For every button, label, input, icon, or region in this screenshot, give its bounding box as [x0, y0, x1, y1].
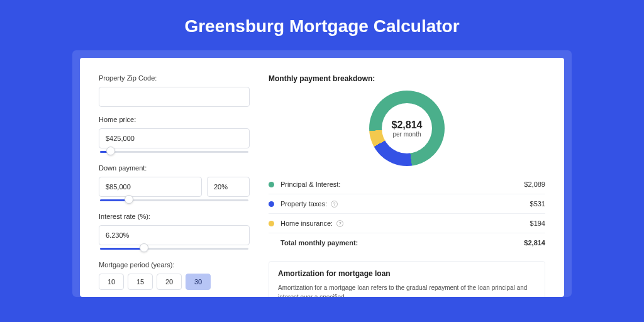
- legend-label: Principal & Interest:: [280, 180, 524, 188]
- downpayment-row: [99, 177, 250, 197]
- legend-row: Principal & Interest:$2,089: [269, 175, 545, 194]
- slider-thumb[interactable]: [125, 195, 133, 204]
- period-option-30[interactable]: 30: [186, 274, 211, 290]
- amortization-text: Amortization for a mortgage loan refers …: [278, 283, 536, 297]
- downpayment-slider[interactable]: [99, 196, 250, 204]
- slider-fill: [100, 248, 145, 250]
- rate-label: Interest rate (%):: [99, 213, 250, 220]
- legend-label-text: Property taxes:: [280, 200, 327, 208]
- legend-dot-icon: [269, 221, 274, 226]
- donut-chart: $2,814 per month: [269, 91, 545, 166]
- period-option-15[interactable]: 15: [128, 274, 153, 290]
- calculator-body: Property Zip Code: Home price: Down paym…: [80, 58, 564, 297]
- legend-label-text: Home insurance:: [280, 219, 333, 227]
- page-title: Greensburg Mortgage Calculator: [0, 0, 644, 50]
- donut-amount: $2,814: [392, 119, 423, 131]
- period-options: 10152030: [99, 274, 250, 290]
- rate-slider[interactable]: [99, 245, 250, 252]
- period-option-10[interactable]: 10: [99, 274, 124, 290]
- legend-label: Home insurance:?: [280, 219, 530, 227]
- slider-thumb[interactable]: [140, 243, 148, 252]
- period-option-20[interactable]: 20: [157, 274, 182, 290]
- period-label: Mortgage period (years):: [99, 261, 250, 269]
- downpayment-percent-input[interactable]: [207, 177, 250, 197]
- legend-dot-icon: [269, 201, 274, 207]
- amortization-title: Amortization for mortgage loan: [278, 269, 536, 278]
- breakdown-legend: Principal & Interest:$2,089Property taxe…: [269, 175, 545, 252]
- price-slider[interactable]: [99, 148, 250, 155]
- zip-input[interactable]: [99, 87, 250, 107]
- legend-row: Home insurance:?$194: [269, 213, 545, 233]
- price-label: Home price:: [99, 116, 250, 123]
- slider-thumb[interactable]: [106, 147, 115, 155]
- legend-value: $2,089: [524, 180, 545, 188]
- donut-subtext: per month: [392, 131, 421, 138]
- period-field-group: Mortgage period (years): 10152030: [99, 261, 250, 290]
- downpayment-label: Down payment:: [99, 164, 250, 172]
- legend-value: $531: [530, 200, 545, 208]
- zip-label: Property Zip Code:: [99, 74, 250, 82]
- info-icon[interactable]: ?: [336, 220, 343, 227]
- inputs-column: Property Zip Code: Home price: Down paym…: [99, 74, 250, 297]
- donut-center: $2,814 per month: [382, 103, 432, 153]
- legend-total-value: $2,814: [524, 239, 545, 247]
- amortization-box: Amortization for mortgage loan Amortizat…: [269, 261, 545, 297]
- downpayment-amount-input[interactable]: [99, 177, 202, 197]
- rate-field-group: Interest rate (%):: [99, 213, 250, 252]
- info-icon[interactable]: ?: [331, 201, 338, 208]
- legend-total-label: Total monthly payment:: [280, 239, 524, 247]
- slider-track: [100, 151, 248, 153]
- legend-label: Property taxes:?: [280, 200, 530, 208]
- legend-value: $194: [530, 219, 545, 227]
- calculator-card: Property Zip Code: Home price: Down paym…: [72, 50, 572, 297]
- breakdown-column: Monthly payment breakdown: $2,814 per mo…: [269, 74, 545, 297]
- legend-row: Property taxes:?$531: [269, 194, 545, 213]
- legend-row-total: Total monthly payment:$2,814: [269, 233, 545, 252]
- breakdown-title: Monthly payment breakdown:: [269, 74, 545, 83]
- legend-label-text: Principal & Interest:: [280, 180, 340, 188]
- price-input[interactable]: [99, 128, 250, 148]
- zip-field-group: Property Zip Code:: [99, 74, 250, 107]
- legend-dot-icon: [269, 182, 274, 187]
- price-field-group: Home price:: [99, 116, 250, 155]
- downpayment-field-group: Down payment:: [99, 164, 250, 204]
- rate-input[interactable]: [99, 225, 250, 245]
- donut-ring: $2,814 per month: [369, 91, 445, 166]
